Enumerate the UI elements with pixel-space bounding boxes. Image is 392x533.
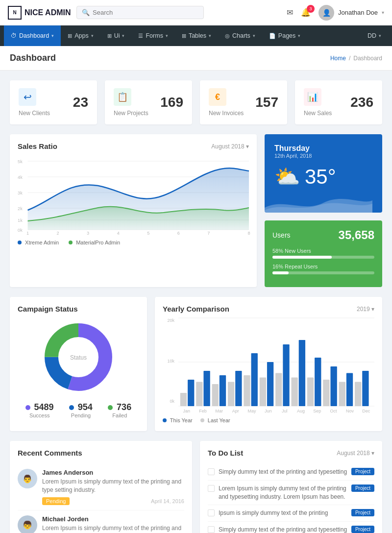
charts-row: Sales Ratio August 2018 ▾ 5k 4k 3k 2k 1k…	[10, 134, 382, 287]
sales-chart-legend: Xtreme Admin MaterialPro Admin	[18, 240, 249, 245]
camp-stat-failed: 736 Failed	[108, 402, 131, 418]
avatar: 👤	[318, 5, 334, 21]
menu-item-forms[interactable]: ☰ Forms ▾	[131, 25, 174, 46]
yearly-chevron-icon: ▾	[371, 306, 374, 313]
weather-temp-value: 35°	[305, 165, 336, 189]
comment-item-1: 👨 James Anderson Lorem Ipsum is simply d…	[18, 464, 184, 510]
top-navbar: N NICE ADMIN 🔍 ✉ 🔔 3 👤 Jonathan Doe ▾	[0, 0, 392, 25]
weather-day: Thursday	[274, 144, 372, 153]
logo-text: NICE ADMIN	[24, 8, 71, 17]
stat-value-new-projects: 169	[160, 95, 183, 110]
users-value: 35,658	[339, 228, 374, 242]
stat-label-new-clients: New Clients	[19, 110, 50, 117]
logo-icon: N	[8, 6, 22, 20]
menu-item-tables[interactable]: ⊞ Tables ▾	[175, 25, 218, 46]
todo-header: To Do List August 2018 ▾	[208, 449, 374, 457]
bottom-row: Campaign Status Status 5489 Su	[10, 297, 382, 431]
commenter-name-2: Michael Jorden	[42, 515, 184, 523]
comment-body-1: James Anderson Lorem Ipsum is simply dum…	[42, 469, 184, 505]
svg-rect-43	[299, 340, 305, 406]
todo-badge-3: Project	[351, 509, 374, 516]
yearly-period[interactable]: 2019 ▾	[357, 306, 374, 313]
svg-text:2: 2	[57, 231, 59, 236]
breadcrumb: Home / Dashboard	[330, 55, 382, 62]
stat-card-new-projects: 📋 New Projects 169	[105, 80, 192, 124]
success-label: Success	[25, 412, 54, 418]
todo-title: To Do List	[208, 449, 243, 457]
svg-rect-49	[346, 373, 353, 407]
svg-rect-38	[260, 378, 266, 407]
comment-body-2: Michael Jorden Lorem Ipsum is simply dum…	[42, 515, 184, 533]
sales-ratio-period[interactable]: August 2018 ▾	[211, 143, 249, 150]
legend-this-year: This Year	[163, 417, 193, 423]
svg-rect-41	[283, 344, 289, 406]
logo: N NICE ADMIN	[8, 6, 76, 20]
chevron-down-icon: ▾	[253, 33, 255, 38]
menu-label-dd: DD	[368, 32, 376, 39]
new-users-label: 58% New Users	[272, 248, 374, 254]
svg-rect-30	[196, 382, 202, 407]
pages-icon: 📄	[269, 33, 276, 39]
todo-badge-1: Project	[351, 468, 374, 475]
svg-rect-45	[315, 358, 321, 406]
search-input[interactable]	[93, 9, 198, 16]
stat-cards-row: ↩ New Clients 23 📋 New Projects 169 € Ne…	[10, 80, 382, 124]
bar-chart-container: 20k 10k 0k	[163, 318, 374, 413]
new-users-progress	[272, 256, 374, 259]
svg-text:4k: 4k	[18, 175, 23, 180]
chevron-down-icon: ▾	[379, 33, 381, 38]
new-users-fill	[272, 256, 332, 259]
todo-checkbox-2[interactable]	[208, 485, 215, 492]
svg-rect-33	[220, 375, 226, 406]
comment-item-2: 👦 Michael Jorden Lorem Ipsum is simply d…	[18, 510, 184, 533]
menu-item-pages[interactable]: 📄 Pages ▾	[262, 25, 307, 46]
lower-row: Recent Comments 👨 James Anderson Lorem I…	[10, 441, 382, 533]
avatar-james: 👨	[18, 469, 37, 488]
repeat-users-fill	[272, 271, 289, 274]
chevron-down-icon: ▾	[122, 33, 124, 38]
month-jun: Jun	[260, 409, 276, 413]
menu-item-ui[interactable]: ⊞ Ui ▾	[100, 25, 132, 46]
stat-card-new-clients: ↩ New Clients 23	[10, 80, 97, 124]
user-name: Jonathan Doe	[338, 9, 378, 16]
chevron-down-icon: ▾	[298, 33, 300, 38]
todo-item-2: Lorem Ipsum is simply dummy text of the …	[208, 481, 374, 506]
todo-checkbox-4[interactable]	[208, 526, 215, 533]
todo-checkbox-1[interactable]	[208, 468, 215, 475]
page-header: Dashboard Home / Dashboard	[0, 46, 392, 71]
breadcrumb-home[interactable]: Home	[330, 55, 346, 62]
new-clients-icon: ↩	[19, 88, 36, 106]
svg-text:2k: 2k	[18, 206, 23, 211]
camp-stat-success: 5489 Success	[25, 402, 54, 418]
menu-item-dashboard[interactable]: ⏱ Dashboard ▾	[4, 25, 61, 46]
menu-item-apps[interactable]: ⊞ Apps ▾	[61, 25, 100, 46]
menu-item-charts[interactable]: ◎ Charts ▾	[218, 25, 262, 46]
email-icon-button[interactable]: ✉	[287, 8, 293, 17]
todo-item-3: Ipsum is simply dummy text of the printi…	[208, 505, 374, 522]
repeat-users-stat: 16% Repeat Users	[272, 264, 374, 274]
comment-text-1: Lorem Ipsum is simply dummy text of the …	[42, 478, 184, 494]
svg-text:5: 5	[147, 231, 149, 236]
svg-rect-44	[307, 378, 314, 407]
stat-value-new-sales: 236	[350, 95, 373, 110]
month-sep: Sep	[309, 409, 325, 413]
pending-value: 954	[78, 402, 93, 412]
svg-rect-28	[180, 393, 187, 406]
user-menu[interactable]: 👤 Jonathan Doe ▾	[318, 5, 384, 21]
recent-comments-card: Recent Comments 👨 James Anderson Lorem I…	[10, 441, 192, 533]
todo-checkbox-3[interactable]	[208, 509, 215, 516]
search-bar[interactable]: 🔍	[76, 6, 204, 19]
charts-icon: ◎	[225, 33, 230, 39]
todo-period[interactable]: August 2018 ▾	[337, 450, 374, 457]
svg-text:3: 3	[87, 231, 89, 236]
new-sales-icon: 📊	[304, 88, 321, 106]
svg-text:3k: 3k	[18, 191, 23, 195]
yearly-legend: This Year Last Year	[163, 417, 374, 423]
nav-right: ✉ 🔔 3 👤 Jonathan Doe ▾	[287, 5, 384, 21]
svg-text:0k: 0k	[18, 228, 23, 233]
svg-rect-29	[188, 380, 194, 406]
stat-label-new-invoices: New Invoices	[209, 110, 244, 117]
menu-label-pages: Pages	[278, 32, 295, 39]
notification-icon-button[interactable]: 🔔 3	[301, 8, 311, 17]
menu-item-dd[interactable]: DD ▾	[361, 25, 388, 46]
